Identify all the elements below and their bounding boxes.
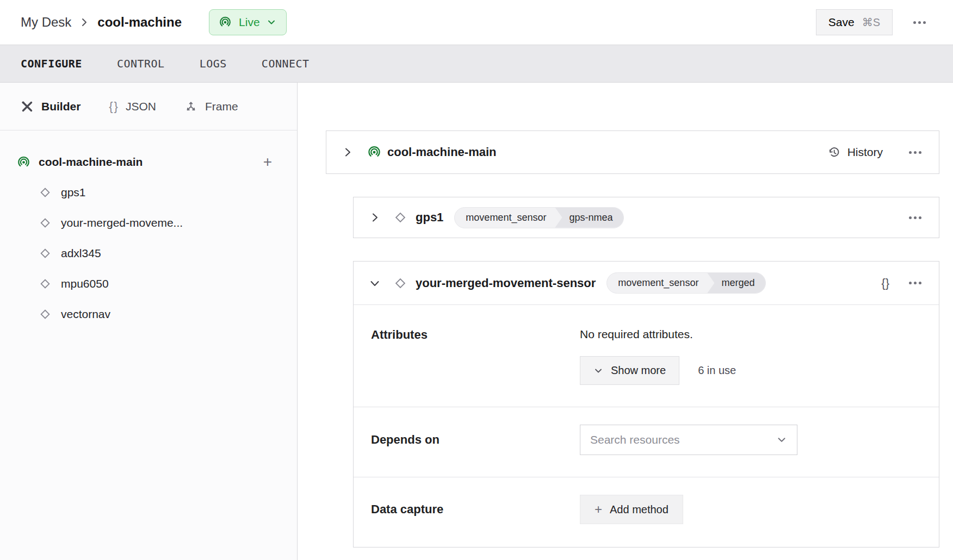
- edit-json-icon[interactable]: {}: [881, 276, 889, 290]
- viewtab-frame[interactable]: Frame: [184, 100, 238, 113]
- component-diamond-icon: [38, 307, 52, 321]
- component-diamond-icon: [38, 216, 52, 230]
- chevron-down-icon: [267, 17, 276, 27]
- tag-type: movement_sensor: [607, 273, 707, 293]
- merged-sensor-header: your-merged-movement-sensor movement_sen…: [354, 262, 939, 305]
- tree-item-main-part[interactable]: cool-machine-main +: [16, 147, 276, 177]
- expand-chevron-icon[interactable]: [369, 211, 381, 223]
- tree-item-label: gps1: [61, 186, 86, 199]
- attributes-label: Attributes: [371, 327, 580, 385]
- collapse-chevron-icon[interactable]: [369, 277, 381, 289]
- tree-item-label: vectornav: [61, 308, 110, 321]
- chevron-down-icon: [593, 366, 603, 376]
- tag-model: gps-nmea: [555, 208, 623, 228]
- depends-on-section: Depends on Search resources: [354, 407, 939, 477]
- depends-on-placeholder: Search resources: [590, 433, 776, 446]
- component-diamond-icon: [393, 276, 408, 291]
- resource-tree: cool-machine-main + gps1 your-merged-mov…: [0, 130, 297, 329]
- merged-sensor-title: your-merged-movement-sensor: [416, 276, 596, 290]
- gps1-overflow-menu-icon[interactable]: [906, 213, 925, 222]
- header-overflow-menu-icon[interactable]: [910, 18, 929, 27]
- breadcrumb-root[interactable]: My Desk: [21, 15, 71, 30]
- viewtab-json-label: JSON: [126, 100, 156, 113]
- add-method-button[interactable]: + Add method: [580, 495, 683, 524]
- attributes-section: Attributes No required attributes. Show …: [354, 305, 939, 407]
- history-label: History: [847, 146, 883, 159]
- save-button[interactable]: Save ⌘S: [816, 9, 893, 35]
- tools-icon: [21, 100, 34, 113]
- chevron-down-icon: [776, 434, 787, 445]
- tab-configure[interactable]: CONFIGURE: [21, 57, 82, 70]
- viewtab-builder-label: Builder: [41, 100, 81, 113]
- tree-item-adxl345[interactable]: adxl345: [16, 238, 276, 269]
- broadcast-icon: [218, 15, 232, 29]
- breadcrumb: My Desk cool-machine: [21, 15, 182, 30]
- tree-item-mpu6050[interactable]: mpu6050: [16, 269, 276, 299]
- tree-item-label: cool-machine-main: [39, 155, 143, 169]
- attributes-in-use-count: 6 in use: [698, 364, 736, 377]
- data-capture-label: Data capture: [371, 502, 580, 517]
- tree-item-label: adxl345: [61, 247, 101, 260]
- app-header: My Desk cool-machine Live Save ⌘S: [0, 0, 953, 45]
- component-diamond-icon: [38, 185, 52, 200]
- expand-chevron-icon[interactable]: [342, 146, 354, 158]
- gps1-card: gps1 movement_sensor gps-nmea: [353, 197, 939, 238]
- tag-type: movement_sensor: [455, 208, 555, 228]
- history-icon: [827, 146, 841, 159]
- machine-part-title: cool-machine-main: [387, 145, 496, 159]
- machine-card-overflow-menu-icon[interactable]: [906, 148, 925, 157]
- history-button[interactable]: History: [827, 146, 883, 159]
- tree-item-label: mpu6050: [61, 277, 109, 290]
- merged-sensor-card: your-merged-movement-sensor movement_sen…: [353, 261, 939, 547]
- merged-sensor-overflow-menu-icon[interactable]: [906, 278, 925, 288]
- component-diamond-icon: [38, 277, 52, 291]
- config-view-tabs: Builder { } JSON Frame: [0, 83, 297, 130]
- live-status-dropdown[interactable]: Live: [209, 9, 287, 35]
- save-shortcut: ⌘S: [862, 16, 880, 29]
- gps1-type-tag: movement_sensor gps-nmea: [454, 207, 624, 228]
- breadcrumb-separator-icon: [80, 17, 89, 28]
- depends-on-select[interactable]: Search resources: [580, 425, 797, 455]
- config-main-panel: cool-machine-main History: [298, 83, 953, 560]
- tag-model: merged: [707, 273, 765, 293]
- attributes-empty-text: No required attributes.: [580, 328, 921, 341]
- viewtab-json[interactable]: { } JSON: [109, 99, 156, 114]
- data-capture-section: Data capture + Add method: [354, 477, 939, 547]
- tree-item-vectornav[interactable]: vectornav: [16, 299, 276, 329]
- main-tabbar: CONFIGURE CONTROL LOGS CONNECT: [0, 45, 953, 83]
- component-diamond-icon: [38, 246, 52, 260]
- add-method-label: Add method: [610, 503, 669, 516]
- tab-logs[interactable]: LOGS: [200, 57, 227, 70]
- add-component-button[interactable]: +: [259, 154, 276, 170]
- tree-item-label: your-merged-moveme...: [61, 216, 183, 229]
- save-label: Save: [828, 16, 855, 29]
- merged-sensor-type-tag: movement_sensor merged: [607, 272, 766, 294]
- show-more-label: Show more: [611, 364, 666, 377]
- broadcast-icon: [16, 155, 31, 170]
- tree-item-gps1[interactable]: gps1: [16, 177, 276, 208]
- tab-connect[interactable]: CONNECT: [262, 57, 310, 70]
- axes-icon: [184, 100, 197, 113]
- breadcrumb-current: cool-machine: [97, 15, 182, 30]
- viewtab-frame-label: Frame: [205, 100, 238, 113]
- plus-icon: +: [595, 503, 602, 516]
- machine-part-card: cool-machine-main History: [326, 130, 939, 174]
- tab-control[interactable]: CONTROL: [117, 57, 165, 70]
- depends-on-label: Depends on: [371, 433, 580, 447]
- live-label: Live: [239, 16, 260, 29]
- braces-icon: { }: [109, 99, 118, 114]
- component-diamond-icon: [393, 210, 408, 225]
- viewtab-builder[interactable]: Builder: [21, 100, 81, 113]
- show-more-button[interactable]: Show more: [580, 356, 679, 385]
- tree-item-merged-sensor[interactable]: your-merged-moveme...: [16, 208, 276, 238]
- gps1-title: gps1: [416, 210, 443, 225]
- config-sidebar: Builder { } JSON Frame: [0, 83, 298, 560]
- broadcast-icon: [367, 145, 382, 160]
